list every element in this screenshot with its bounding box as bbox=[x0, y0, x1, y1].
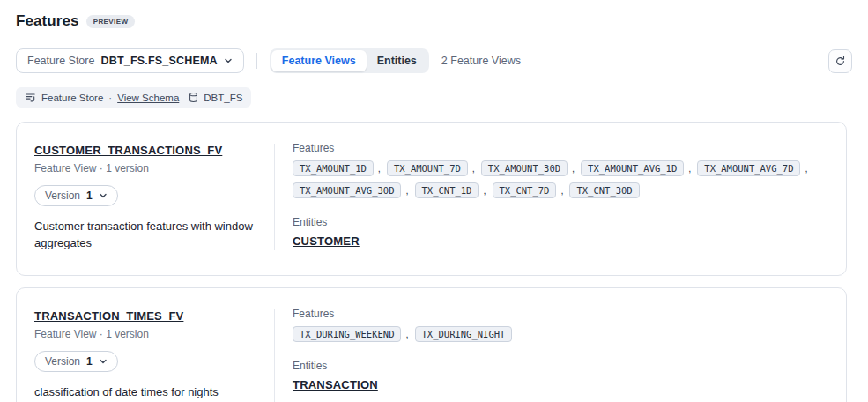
chip-separator: , bbox=[483, 185, 486, 196]
breadcrumb-database-name: DBT_FS bbox=[204, 93, 242, 103]
feature-chip: TX_CNT_1D bbox=[415, 182, 479, 198]
feature-chip: TX_CNT_30D bbox=[569, 182, 639, 198]
card-summary: CUSTOMER_TRANSACTIONS_FV Feature View · … bbox=[34, 142, 274, 252]
toolbar-divider bbox=[256, 53, 257, 69]
chevron-down-icon bbox=[99, 357, 108, 366]
entities-section: Entities CUSTOMER bbox=[293, 216, 828, 249]
feature-view-card: TRANSACTION_TIMES_FV Feature View · 1 ve… bbox=[16, 287, 847, 402]
feature-chip: TX_AMOUNT_7D bbox=[387, 160, 468, 176]
feature-views-count: 2 Feature Views bbox=[441, 55, 521, 67]
features-page: Features PREVIEW Feature Store DBT_FS.FS… bbox=[0, 0, 868, 402]
version-dropdown[interactable]: Version 1 bbox=[34, 185, 118, 206]
card-summary: TRANSACTION_TIMES_FV Feature View · 1 ve… bbox=[34, 308, 274, 402]
version-label: Version bbox=[45, 190, 80, 202]
version-label: Version bbox=[45, 355, 80, 368]
feature-store-icon bbox=[25, 92, 36, 103]
entities-section: Entities TRANSACTION bbox=[293, 360, 828, 392]
breadcrumb-separator: · bbox=[108, 93, 112, 103]
refresh-button[interactable] bbox=[828, 49, 852, 73]
feature-chip: TX_AMOUNT_30D bbox=[481, 160, 568, 176]
feature-chip: TX_AMOUNT_AVG_30D bbox=[293, 182, 401, 198]
chip-separator: , bbox=[405, 185, 408, 196]
feature-chip: TX_DURING_WEEKEND bbox=[293, 326, 401, 342]
card-details: Features TX_AMOUNT_1D,TX_AMOUNT_7D,TX_AM… bbox=[275, 142, 828, 252]
feature-chip: TX_CNT_7D bbox=[493, 182, 557, 198]
entity-link[interactable]: CUSTOMER bbox=[293, 234, 360, 248]
feature-chip: TX_AMOUNT_AVG_7D bbox=[697, 160, 800, 176]
feature-chip: TX_AMOUNT_1D bbox=[293, 160, 374, 176]
chip-separator: , bbox=[572, 163, 575, 174]
features-section-label: Features bbox=[293, 308, 828, 320]
page-header: Features PREVIEW bbox=[0, 0, 868, 30]
page-title: Features bbox=[16, 12, 79, 30]
feature-store-selector-label: Feature Store bbox=[27, 55, 94, 67]
version-value: 1 bbox=[86, 190, 93, 202]
feature-view-cards: CUSTOMER_TRANSACTIONS_FV Feature View · … bbox=[16, 122, 847, 402]
feature-chips: TX_DURING_WEEKEND,TX_DURING_NIGHT bbox=[293, 326, 828, 342]
breadcrumb: Feature Store · View Schema DBT_FS bbox=[16, 87, 251, 108]
database-icon bbox=[188, 92, 199, 103]
chip-separator: , bbox=[405, 329, 408, 339]
chevron-down-icon bbox=[224, 56, 233, 65]
entity-links: TRANSACTION bbox=[293, 372, 828, 392]
feature-chip: TX_DURING_NIGHT bbox=[415, 326, 513, 342]
view-tabs: Feature Views Entities bbox=[270, 48, 429, 73]
feature-view-description: classification of date times for nights … bbox=[34, 384, 258, 402]
chip-separator: , bbox=[560, 185, 563, 196]
feature-view-description: Customer transaction features with windo… bbox=[34, 219, 258, 252]
feature-view-title-link[interactable]: TRANSACTION_TIMES_FV bbox=[34, 309, 183, 323]
chevron-down-icon bbox=[99, 191, 108, 200]
feature-view-meta: Feature View · 1 version bbox=[34, 162, 258, 175]
view-schema-link[interactable]: View Schema bbox=[117, 93, 179, 103]
tab-entities[interactable]: Entities bbox=[367, 50, 427, 71]
card-details: Features TX_DURING_WEEKEND,TX_DURING_NIG… bbox=[275, 308, 828, 402]
entities-section-label: Entities bbox=[293, 216, 828, 228]
features-section-label: Features bbox=[293, 142, 828, 154]
feature-chip: TX_AMOUNT_AVG_1D bbox=[581, 160, 684, 176]
refresh-icon bbox=[835, 56, 846, 67]
entity-links: CUSTOMER bbox=[293, 228, 828, 249]
preview-badge: PREVIEW bbox=[86, 15, 136, 28]
entity-link[interactable]: TRANSACTION bbox=[293, 378, 378, 391]
feature-view-meta: Feature View · 1 version bbox=[34, 328, 258, 340]
version-dropdown[interactable]: Version 1 bbox=[34, 351, 118, 372]
breadcrumb-store-label: Feature Store bbox=[41, 93, 103, 103]
tab-feature-views[interactable]: Feature Views bbox=[271, 50, 367, 71]
feature-view-card: CUSTOMER_TRANSACTIONS_FV Feature View · … bbox=[16, 122, 847, 276]
feature-store-selector-value: DBT_FS.FS_SCHEMA bbox=[100, 55, 217, 67]
version-value: 1 bbox=[86, 355, 93, 368]
chip-separator: , bbox=[688, 163, 691, 174]
feature-chips: TX_AMOUNT_1D,TX_AMOUNT_7D,TX_AMOUNT_30D,… bbox=[293, 160, 828, 198]
feature-view-title-link[interactable]: CUSTOMER_TRANSACTIONS_FV bbox=[34, 144, 222, 157]
entities-section-label: Entities bbox=[293, 360, 828, 372]
feature-store-selector[interactable]: Feature Store DBT_FS.FS_SCHEMA bbox=[16, 48, 244, 73]
chip-separator: , bbox=[378, 163, 381, 174]
breadcrumb-database: DBT_FS bbox=[188, 92, 242, 103]
chip-separator: , bbox=[472, 163, 475, 174]
chip-separator: , bbox=[805, 163, 807, 174]
toolbar: Feature Store DBT_FS.FS_SCHEMA Feature V… bbox=[16, 48, 852, 73]
